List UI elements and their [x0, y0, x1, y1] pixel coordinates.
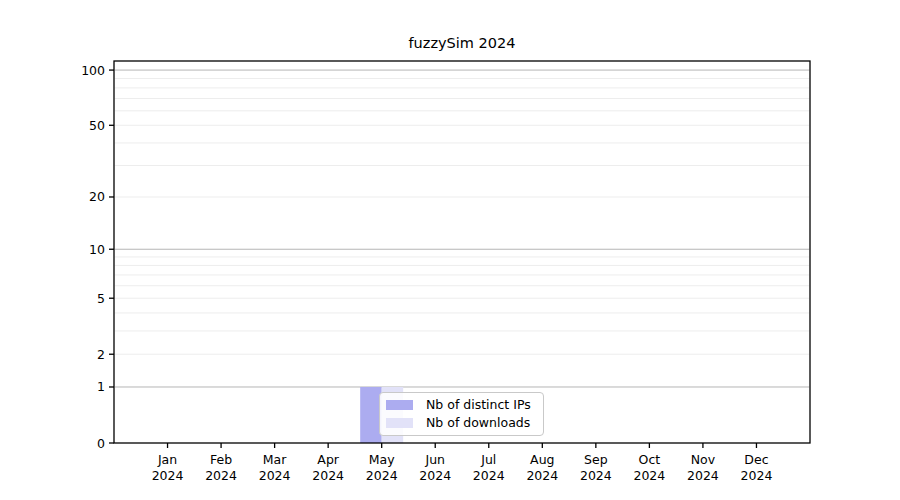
legend: Nb of distinct IPs Nb of downloads — [379, 392, 544, 436]
y-tick-label: 2 — [97, 347, 105, 362]
x-tick-label-month: Sep — [584, 452, 608, 467]
plot-border — [114, 61, 810, 443]
x-tick-label-year: 2024 — [152, 468, 184, 483]
x-tick-label-month: Jul — [480, 452, 496, 467]
y-tick-label: 0 — [97, 436, 105, 451]
x-tick-label-year: 2024 — [205, 468, 237, 483]
x-tick-label-year: 2024 — [687, 468, 719, 483]
y-tick-label: 10 — [89, 242, 105, 257]
x-tick-label-year: 2024 — [526, 468, 558, 483]
x-tick-label-month: May — [369, 452, 395, 467]
x-tick-label-month: Mar — [263, 452, 287, 467]
x-tick-label-month: Aug — [530, 452, 554, 467]
x-tick-label-year: 2024 — [259, 468, 291, 483]
x-tick-label-year: 2024 — [366, 468, 398, 483]
x-tick-label-year: 2024 — [580, 468, 612, 483]
y-tick-label: 20 — [89, 189, 105, 204]
x-tick-label-month: Jan — [157, 452, 177, 467]
x-tick-label-year: 2024 — [633, 468, 665, 483]
legend-item-downloads: Nb of downloads — [386, 417, 543, 429]
x-tick-label-month: Oct — [639, 452, 661, 467]
y-tick-label: 50 — [89, 118, 105, 133]
y-tick-label: 5 — [97, 291, 105, 306]
x-tick-label-month: Jun — [424, 452, 445, 467]
y-tick-label: 1 — [97, 379, 105, 394]
chart-figure: fuzzySim 2024 0125102050100Jan2024Feb202… — [0, 0, 900, 500]
legend-label-downloads: Nb of downloads — [426, 417, 530, 430]
x-tick-label-month: Apr — [317, 452, 339, 467]
x-tick-label-year: 2024 — [741, 468, 773, 483]
legend-swatch-downloads-icon — [386, 418, 413, 428]
y-tick-label: 100 — [81, 63, 105, 78]
legend-swatch-distinct-ips-icon — [386, 400, 413, 410]
x-tick-label-year: 2024 — [312, 468, 344, 483]
x-tick-label-year: 2024 — [473, 468, 505, 483]
x-tick-label-month: Nov — [691, 452, 716, 467]
x-tick-label-month: Feb — [210, 452, 232, 467]
legend-item-distinct-ips: Nb of distinct IPs — [386, 399, 543, 411]
x-tick-label-month: Dec — [744, 452, 768, 467]
x-tick-label-year: 2024 — [419, 468, 451, 483]
legend-label-distinct-ips: Nb of distinct IPs — [426, 399, 531, 412]
